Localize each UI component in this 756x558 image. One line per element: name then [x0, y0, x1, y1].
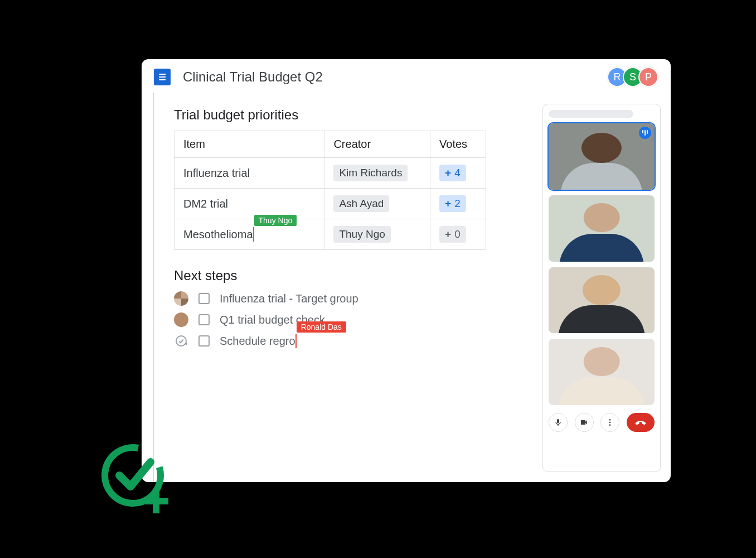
docs-window: Clinical Trial Budget Q2 R S P Trial bud… — [142, 59, 671, 482]
table-row[interactable]: Influenza trial Kim Richards +4 — [175, 158, 486, 189]
svg-rect-0 — [159, 74, 166, 75]
task-label[interactable]: Influenza trial - Target group — [220, 292, 358, 305]
task-row[interactable]: Schedule regro Ronald Das — [174, 334, 535, 348]
cell-creator[interactable]: Kim Richards — [324, 158, 430, 189]
task-checkbox[interactable] — [198, 314, 210, 325]
col-creator: Creator — [324, 131, 430, 158]
end-call-button[interactable] — [627, 413, 655, 432]
task-row[interactable]: Influenza trial - Target group — [174, 291, 535, 306]
assignee-avatar[interactable] — [174, 312, 188, 327]
svg-rect-9 — [144, 498, 168, 504]
table-row[interactable]: DM2 trial Ash Ayad +2 — [175, 189, 486, 219]
cell-item[interactable]: Mesothelioma Thuy Ngo — [175, 219, 324, 250]
creator-chip[interactable]: Kim Richards — [333, 165, 408, 181]
checkmark-plus-icon — [99, 441, 177, 519]
creator-chip[interactable]: Ash Ayad — [333, 195, 389, 212]
section-heading-next-steps: Next steps — [174, 268, 535, 283]
more-options-button[interactable] — [600, 413, 619, 432]
vote-pill[interactable]: +2 — [439, 195, 466, 212]
cell-votes[interactable]: +2 — [430, 189, 486, 219]
section-heading-priorities: Trial budget priorities — [174, 107, 535, 123]
cell-item[interactable]: Influenza trial — [175, 158, 324, 189]
collaborator-badges: R S P — [612, 67, 658, 87]
titlebar: Clinical Trial Budget Q2 R S P — [142, 59, 671, 93]
docs-icon — [154, 69, 171, 85]
svg-point-4 — [609, 419, 611, 421]
cell-creator[interactable]: Ash Ayad — [324, 189, 430, 219]
document-body[interactable]: Trial budget priorities Item Creator Vot… — [142, 93, 539, 482]
video-tile[interactable] — [549, 267, 655, 334]
vote-pill[interactable]: +0 — [439, 226, 466, 243]
document-title[interactable]: Clinical Trial Budget Q2 — [183, 69, 323, 85]
collab-cursor-thuy — [253, 227, 254, 242]
collaborator-badge[interactable]: P — [638, 67, 658, 87]
svg-point-6 — [609, 424, 611, 426]
task-checkbox[interactable] — [198, 335, 210, 347]
creator-chip[interactable]: Thuy Ngo — [333, 226, 390, 243]
task-checkbox[interactable] — [198, 293, 210, 304]
table-row[interactable]: Mesothelioma Thuy Ngo Thuy Ngo +0 — [175, 219, 486, 250]
task-label[interactable]: Schedule regro Ronald Das — [220, 334, 297, 348]
left-margin-rule — [153, 93, 154, 482]
collab-cursor-label: Thuy Ngo — [254, 215, 297, 226]
video-tile[interactable] — [549, 123, 655, 190]
table-header-row: Item Creator Votes — [175, 131, 486, 158]
cell-creator[interactable]: Thuy Ngo — [324, 219, 430, 250]
col-votes: Votes — [430, 131, 486, 158]
video-tile[interactable] — [549, 339, 655, 405]
col-item: Item — [175, 131, 324, 158]
add-task-icon[interactable] — [174, 334, 188, 348]
svg-point-5 — [609, 422, 611, 424]
meet-side-panel — [542, 104, 661, 472]
meet-controls — [549, 413, 655, 432]
speaking-indicator-icon — [639, 127, 651, 139]
vote-pill[interactable]: +4 — [439, 165, 466, 181]
assignee-avatar[interactable] — [174, 291, 188, 306]
task-row[interactable]: Q1 trial budget check — [174, 312, 535, 327]
collab-cursor-label: Ronald Das — [297, 321, 346, 333]
cell-item[interactable]: DM2 trial — [175, 189, 324, 219]
svg-point-3 — [176, 336, 186, 346]
svg-rect-1 — [159, 76, 166, 78]
cell-votes[interactable]: +0 — [430, 219, 486, 250]
panel-title-placeholder — [549, 110, 633, 118]
video-tile[interactable] — [549, 195, 655, 262]
cell-votes[interactable]: +4 — [430, 158, 486, 189]
camera-button[interactable] — [575, 413, 594, 432]
mic-button[interactable] — [549, 413, 568, 432]
priorities-table[interactable]: Item Creator Votes Influenza trial Kim R… — [174, 131, 486, 250]
collab-cursor-ronald — [295, 334, 297, 348]
svg-rect-2 — [159, 79, 166, 80]
